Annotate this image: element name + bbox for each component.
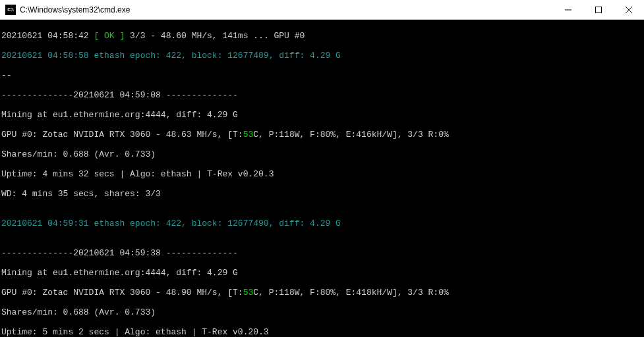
log-line: GPU #0: Zotac NVIDIA RTX 3060 - 48.90 MH… <box>1 288 643 298</box>
log-line: Shares/min: 0.688 (Avr. 0.733) <box>1 149 643 159</box>
minimize-icon <box>565 7 571 13</box>
close-button[interactable] <box>614 0 644 19</box>
log-line: GPU #0: Zotac NVIDIA RTX 3060 - 48.63 MH… <box>1 130 643 140</box>
minimize-button[interactable] <box>553 0 583 19</box>
log-line: --------------20210621 04:59:38 --------… <box>1 248 643 258</box>
log-line: Uptime: 5 mins 2 secs | Algo: ethash | T… <box>1 327 643 337</box>
window-title: C:\Windows\system32\cmd.exe <box>20 5 553 14</box>
svg-rect-1 <box>596 7 602 13</box>
terminal-output[interactable]: 20210621 04:58:42 [ OK ] 3/3 - 48.60 MH/… <box>0 20 644 337</box>
log-line: --------------20210621 04:59:08 --------… <box>1 90 643 100</box>
log-line: 20210621 04:58:58 ethash epoch: 422, blo… <box>1 51 643 61</box>
log-line: Mining at eu1.ethermine.org:4444, diff: … <box>1 268 643 278</box>
log-line: WD: 4 mins 35 secs, shares: 3/3 <box>1 189 643 199</box>
log-line: 20210621 04:59:31 ethash epoch: 422, blo… <box>1 219 643 228</box>
log-line: -- <box>1 70 643 80</box>
log-line: Shares/min: 0.688 (Avr. 0.733) <box>1 307 643 317</box>
log-line: Uptime: 4 mins 32 secs | Algo: ethash | … <box>1 169 643 179</box>
titlebar: C:\ C:\Windows\system32\cmd.exe <box>0 0 644 20</box>
maximize-icon <box>595 7 602 13</box>
cmd-icon: C:\ <box>5 5 16 15</box>
maximize-button[interactable] <box>583 0 614 19</box>
window-controls <box>553 0 644 19</box>
log-line: Mining at eu1.ethermine.org:4444, diff: … <box>1 110 643 120</box>
log-line: 20210621 04:58:42 [ OK ] 3/3 - 48.60 MH/… <box>1 31 643 41</box>
close-icon <box>626 7 632 13</box>
